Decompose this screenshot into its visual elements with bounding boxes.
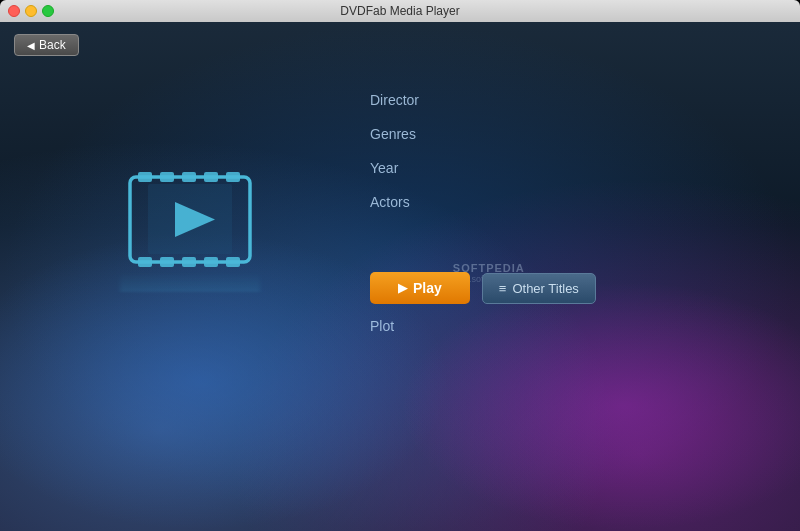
bg-glow-purple: [400, 281, 800, 531]
title-bar: DVDFab Media Player: [0, 0, 800, 22]
svg-rect-10: [226, 257, 240, 267]
genres-label: Genres: [370, 126, 450, 142]
film-icon-wrapper: [120, 162, 260, 282]
window-title: DVDFab Media Player: [340, 4, 459, 18]
list-icon: ≡: [499, 281, 507, 296]
svg-rect-2: [160, 172, 174, 182]
year-row: Year: [370, 160, 458, 176]
film-reflection: [120, 272, 260, 292]
film-strip-icon: [120, 162, 260, 282]
plot-section: Plot: [370, 317, 394, 335]
svg-rect-8: [182, 257, 196, 267]
back-button[interactable]: ◀ Back: [14, 34, 79, 56]
svg-rect-5: [226, 172, 240, 182]
genres-row: Genres: [370, 126, 458, 142]
actors-row: Actors: [370, 194, 458, 210]
film-icon-area: [120, 162, 260, 282]
svg-rect-1: [138, 172, 152, 182]
back-arrow-icon: ◀: [27, 40, 35, 51]
traffic-lights: [8, 5, 54, 17]
svg-rect-7: [160, 257, 174, 267]
svg-rect-3: [182, 172, 196, 182]
close-button[interactable]: [8, 5, 20, 17]
other-titles-button[interactable]: ≡ Other Titles: [482, 273, 596, 304]
buttons-area: ▶ Play ≡ Other Titles: [370, 272, 596, 304]
director-label: Director: [370, 92, 450, 108]
plot-label: Plot: [370, 318, 394, 334]
other-titles-label: Other Titles: [512, 281, 578, 296]
minimize-button[interactable]: [25, 5, 37, 17]
play-button-label: Play: [413, 280, 442, 296]
actors-label: Actors: [370, 194, 450, 210]
svg-rect-6: [138, 257, 152, 267]
svg-rect-9: [204, 257, 218, 267]
year-label: Year: [370, 160, 450, 176]
svg-rect-4: [204, 172, 218, 182]
director-row: Director: [370, 92, 458, 108]
back-button-label: Back: [39, 38, 66, 52]
main-content: ◀ Back: [0, 22, 800, 531]
info-panel: Director Genres Year Actors: [370, 92, 458, 228]
maximize-button[interactable]: [42, 5, 54, 17]
play-button[interactable]: ▶ Play: [370, 272, 470, 304]
play-icon: ▶: [398, 281, 407, 295]
